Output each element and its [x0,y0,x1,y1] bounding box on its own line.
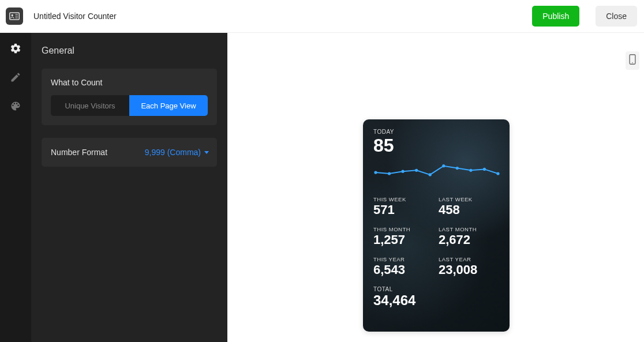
stat-cell: LAST YEAR23,008 [439,256,499,277]
what-to-count-card: What to Count Unique Visitors Each Page … [42,69,217,125]
svg-point-1 [12,14,13,16]
top-bar: Untitled Visitor Counter Publish Close [0,0,644,33]
app-icon [6,7,23,25]
count-each-option[interactable]: Each Page View [129,95,208,116]
visitor-counter-widget: TODAY 85 THIS WEEK571LAST WEEK458THIS MO… [363,119,510,332]
settings-tab[interactable] [9,43,22,56]
stat-cell: THIS WEEK571 [373,196,434,217]
stat-cell: THIS MONTH1,257 [373,226,434,247]
svg-point-11 [469,168,472,171]
svg-point-4 [374,171,377,174]
count-mode-segmented: Unique Visitors Each Page View [51,95,208,116]
panel-title: General [42,46,217,56]
total-value: 34,464 [373,293,499,308]
total-label: TOTAL [373,286,499,292]
nav-rail [0,33,31,342]
what-to-count-label: What to Count [51,78,208,87]
page-title: Untitled Visitor Counter [33,12,117,21]
stat-cell: LAST WEEK458 [439,196,499,217]
chevron-down-icon [204,151,209,154]
stat-value: 458 [439,203,499,217]
svg-point-13 [496,172,499,175]
design-tab[interactable] [9,72,22,85]
mobile-icon [629,54,636,67]
svg-point-9 [442,164,445,167]
number-format-value: 9,999 (Comma) [145,148,209,157]
gear-icon [10,43,21,57]
preview-canvas: TODAY 85 THIS WEEK571LAST WEEK458THIS MO… [227,33,644,342]
total-block: TOTAL 34,464 [373,286,499,308]
today-value: 85 [373,136,499,156]
stat-label: THIS WEEK [373,196,434,202]
svg-point-7 [415,168,418,171]
stat-label: LAST WEEK [439,196,499,202]
stat-value: 6,543 [373,263,434,277]
count-unique-option[interactable]: Unique Visitors [51,95,129,116]
stat-cell: THIS YEAR6,543 [373,256,434,277]
number-format-row[interactable]: Number Format 9,999 (Comma) [42,138,217,167]
publish-button[interactable]: Publish [532,6,579,27]
svg-point-5 [388,172,391,175]
stat-cell: LAST MONTH2,672 [439,226,499,247]
stat-label: THIS YEAR [373,256,434,262]
stat-value: 571 [373,203,434,217]
stat-label: LAST MONTH [439,226,499,232]
svg-point-10 [456,166,459,169]
number-format-label: Number Format [51,148,145,157]
stat-label: THIS MONTH [373,226,434,232]
settings-panel: General What to Count Unique Visitors Ea… [31,33,227,342]
mobile-preview-button[interactable] [626,51,639,70]
svg-point-6 [402,170,405,172]
sparkline-chart [373,160,500,187]
stat-value: 23,008 [439,263,499,277]
svg-point-12 [483,167,486,170]
svg-point-8 [429,173,432,176]
svg-point-3 [632,62,633,63]
stat-value: 1,257 [373,233,434,247]
palette-icon [10,100,21,114]
close-button[interactable]: Close [596,6,637,27]
stat-value: 2,672 [439,233,499,247]
appearance-tab[interactable] [9,101,22,114]
stat-label: LAST YEAR [439,256,499,262]
pencil-icon [10,72,21,85]
today-label: TODAY [373,129,499,135]
